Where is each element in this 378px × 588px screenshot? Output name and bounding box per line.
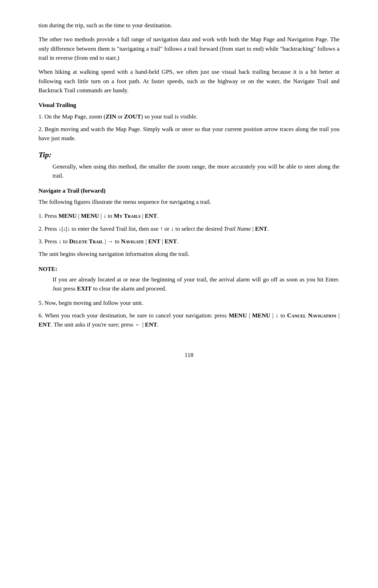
visual-trailing-step1: 1. On the Map Page, zoom (ZIN or ZOUT) s… [38,112,340,121]
menu-key-2: MENU [81,213,99,219]
paragraph-3: When hiking at walking speed with a hand… [38,67,340,95]
navigate-info: The unit begins showing navigation infor… [38,250,340,259]
final-step6: 6. When you reach your destination, be s… [38,311,340,330]
ent-key-5: ENT [38,321,51,328]
navigate-step3: 3. Press ↓ to Delete Trail | → to Naviga… [38,237,340,246]
note-heading: NOTE: [38,265,340,274]
navigate-trail-heading: Navigate a Trail (forward) [38,186,340,195]
my-trails-label: My Trails [114,213,141,219]
navigate-trail-intro: The following figures illustrate the men… [38,198,340,207]
paragraph-2: The other two methods provide a full ran… [38,35,340,63]
ent-key-6: ENT [145,321,157,328]
page-number: 118 [38,351,340,360]
exit-key: EXIT [77,285,92,292]
ent-key-4: ENT [164,238,177,245]
note-body: If you are already located at or near th… [52,275,340,294]
paragraph-1: tion during the trip, such as the time t… [38,21,340,30]
ent-key-1: ENT [145,213,157,219]
zin-key: ZIN [106,113,116,120]
ent-key-2: ENT [255,225,267,232]
menu-key-3: MENU [229,312,247,319]
content: tion during the trip, such as the time t… [38,21,340,360]
tip-heading: Tip: [38,149,340,161]
visual-trailing-step2: 2. Begin moving and watch the Map Page. … [38,125,340,143]
menu-key-4: MENU [252,312,270,319]
delete-trail-label: Delete Trail [69,238,103,245]
zout-key: ZOUT [124,113,141,120]
cancel-navigation-label: Cancel Navigation [287,312,336,319]
ent-key-3: ENT [148,238,160,245]
page: tion during the trip, such as the time t… [0,0,378,588]
navigate-step2: 2. Press ↓|↓|↓ to enter the Saved Trail … [38,224,340,234]
navigate-label: Navigate [121,238,144,245]
visual-trailing-heading: Visual Trailing [38,101,340,110]
menu-key-1: MENU [58,213,77,219]
final-step5: 5. Now, begin moving and follow your uni… [38,299,340,308]
tip-body: Generally, when using this method, the s… [52,162,340,181]
navigate-step1: 1. Press MENU | MENU | ↓ to My Trails | … [38,211,340,221]
